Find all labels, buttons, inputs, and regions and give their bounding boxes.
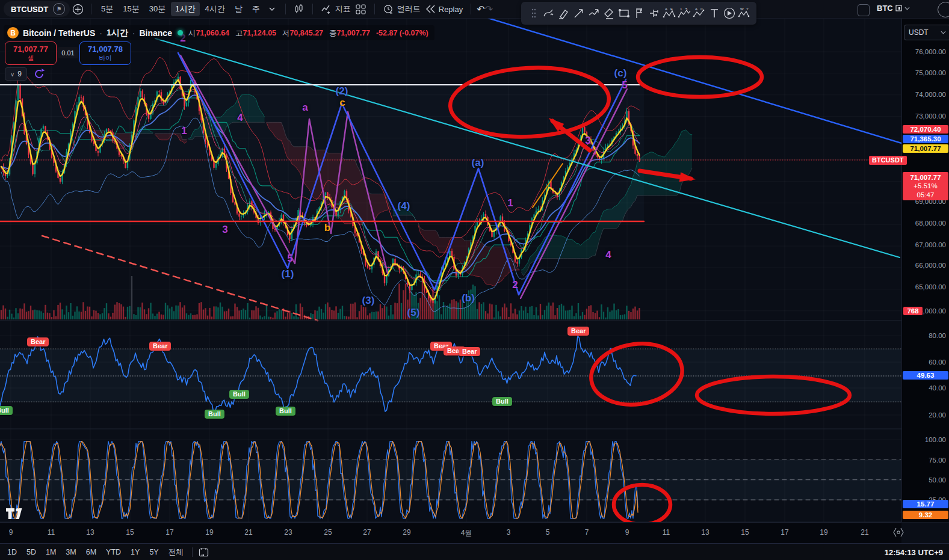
- axis-label: 60.00: [929, 358, 946, 366]
- position-price-block: 71,007.77+5.51%05:47: [903, 172, 948, 200]
- drag-handle[interactable]: [526, 5, 541, 22]
- chart-canvas[interactable]: [0, 0, 949, 560]
- circle-button[interactable]: [938, 2, 949, 17]
- axis-label: 75,000.00: [915, 69, 946, 76]
- symbol-search-button[interactable]: BTCUSDT ⚑: [4, 1, 70, 17]
- text-tool-icon[interactable]: [706, 5, 722, 22]
- market-open-dot: [178, 30, 183, 35]
- time-tick: 15: [126, 528, 134, 537]
- range-button-전체[interactable]: 전체: [164, 547, 188, 558]
- add-compare-icon[interactable]: [70, 2, 85, 16]
- time-tick: 9: [9, 528, 13, 537]
- arrow-tool-icon[interactable]: [571, 5, 586, 22]
- pen-tool-icon[interactable]: [541, 5, 556, 22]
- price-chip: 768: [903, 307, 923, 315]
- candle-style-icon[interactable]: [291, 2, 307, 16]
- buy-button[interactable]: 71,007.78바이: [79, 42, 131, 65]
- change-value: -52.87 (-0.07%): [376, 29, 428, 37]
- cursor-circle-tool-icon[interactable]: [722, 5, 737, 22]
- symbol-info-row[interactable]: B Bitcoin / TetherUS · 1시간 · Binance 시71…: [4, 25, 434, 40]
- bar-count-dropdown[interactable]: ∨ 9: [5, 67, 27, 81]
- range-button-5D[interactable]: 5D: [22, 548, 41, 556]
- pitchfork-tool-icon[interactable]: [646, 5, 661, 22]
- flag-mark-tool-icon[interactable]: [631, 5, 646, 22]
- time-tick: 3: [507, 528, 511, 537]
- undo-icon[interactable]: ↶: [477, 4, 484, 15]
- time-tick: 27: [363, 528, 371, 537]
- axis-label: 67,000.00: [915, 241, 946, 248]
- price-axis[interactable]: 76,000.0075,000.0074,000.0073,000.0069,0…: [901, 18, 949, 522]
- range-buttons: 1D5D1M3M6MYTD1Y5Y전체: [2, 547, 188, 558]
- refresh-icon[interactable]: [32, 67, 46, 81]
- axis-label: 20.00: [929, 411, 946, 419]
- svg-text:W: W: [740, 7, 744, 11]
- range-button-1M[interactable]: 1M: [41, 548, 61, 556]
- low-value: 70,845.27: [289, 29, 323, 37]
- redo-icon[interactable]: ↷: [485, 4, 493, 15]
- interval-button-30분[interactable]: 30분: [145, 2, 170, 16]
- checkbox[interactable]: [858, 4, 870, 16]
- interval-button-1시간[interactable]: 1시간: [171, 2, 199, 16]
- interval-button-15분[interactable]: 15분: [119, 2, 143, 16]
- price-chip: 49.63: [903, 371, 948, 380]
- go-to-date-icon[interactable]: [199, 547, 209, 558]
- alert-clock-icon: [383, 4, 394, 14]
- time-tick: 17: [781, 528, 788, 537]
- interval-button-4시간[interactable]: 4시간: [201, 2, 229, 16]
- top-toolbar: BTCUSDT ⚑ 5분15분30분1시간4시간날주 지표 얼러트: [0, 0, 949, 19]
- scales-settings-icon[interactable]: [893, 528, 904, 540]
- axis-label: 68,000.00: [915, 220, 946, 227]
- indicators-button[interactable]: 지표: [318, 4, 353, 14]
- elliott-wave-tool-icon[interactable]: 15: [676, 5, 691, 22]
- ohlc-values: 시71,060.64 고71,124.05 저70,845.27 종71,007…: [188, 28, 428, 38]
- interval-button-날[interactable]: 날: [230, 2, 247, 16]
- wxy-pattern-tool-icon[interactable]: WY: [737, 5, 752, 22]
- highlighter-tool-icon[interactable]: [556, 5, 571, 22]
- range-button-6M[interactable]: 6M: [81, 548, 101, 556]
- price-chip: 72,070.40: [903, 125, 948, 134]
- price-chip: 15.77: [903, 500, 948, 508]
- xabcd-pattern-tool-icon[interactable]: AE: [661, 5, 676, 22]
- range-button-1Y[interactable]: 1Y: [126, 548, 144, 556]
- polyline-arrow-tool-icon[interactable]: [586, 5, 601, 22]
- interval-button-5분[interactable]: 5분: [97, 2, 117, 16]
- spread-value: 0.01: [58, 47, 78, 58]
- range-button-YTD[interactable]: YTD: [101, 548, 126, 556]
- symbol-exchange: Binance: [139, 28, 172, 38]
- abc-pattern-tool-icon[interactable]: AC: [691, 5, 706, 22]
- tradingview-logo[interactable]: [6, 508, 26, 522]
- svg-text:A: A: [695, 7, 697, 11]
- high-value: 71,124.05: [243, 29, 276, 37]
- clock[interactable]: 12:54:13 UTC+9: [885, 544, 943, 560]
- time-tick: 29: [403, 528, 410, 537]
- time-tick: 17: [165, 528, 173, 537]
- currency-selector[interactable]: USDT: [904, 25, 949, 40]
- time-tick: 7: [585, 528, 589, 537]
- close-value: 71,007.77: [336, 29, 370, 37]
- symbol-name: Bitcoin / TetherUS: [23, 28, 95, 38]
- svg-text:1: 1: [680, 7, 682, 11]
- time-tick: 13: [86, 528, 94, 537]
- bottom-toolbar: 1D5D1M3M6MYTD1Y5Y전체 12:54:13 UTC+9: [0, 543, 949, 560]
- trade-panel: 71,007.77셀 0.01 71,007.78바이: [5, 42, 131, 65]
- btc-dropdown-button[interactable]: BTC: [877, 4, 910, 13]
- rectangle-tool-icon[interactable]: [616, 5, 631, 22]
- axis-label: 74,000.00: [915, 91, 946, 98]
- range-button-3M[interactable]: 3M: [61, 548, 81, 556]
- interval-button-주[interactable]: 주: [248, 2, 264, 16]
- eraser-tool-icon[interactable]: [601, 5, 616, 22]
- alert-button[interactable]: 얼러트: [380, 4, 423, 14]
- range-button-5Y[interactable]: 5Y: [144, 548, 163, 556]
- time-axis[interactable]: 9111315171921232527294월3579111315171921: [0, 522, 901, 544]
- replay-button[interactable]: Replay: [423, 5, 465, 14]
- flag-badge-icon[interactable]: ⚑: [53, 3, 65, 15]
- time-tick: 9: [625, 528, 629, 537]
- svg-text:Y: Y: [746, 7, 749, 11]
- axis-label: 40.00: [929, 384, 946, 392]
- sell-button[interactable]: 71,007.77셀: [5, 42, 57, 65]
- time-tick: 11: [663, 528, 670, 537]
- chevron-down-icon[interactable]: [264, 2, 280, 16]
- time-tick: 11: [48, 528, 55, 537]
- layout-grid-icon[interactable]: [353, 2, 369, 16]
- range-button-1D[interactable]: 1D: [2, 548, 22, 556]
